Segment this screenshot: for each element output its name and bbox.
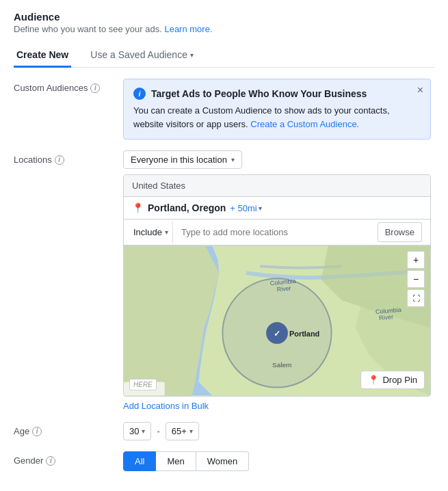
- info-box-close-icon[interactable]: ×: [417, 85, 423, 96]
- locations-row: Locations i Everyone in this location ▾ …: [14, 150, 434, 411]
- age-min-select[interactable]: 30 ▾: [123, 422, 151, 440]
- locations-label: Locations i: [14, 150, 123, 165]
- here-badge: HERE: [129, 379, 157, 390]
- gender-label: Gender i: [14, 451, 123, 466]
- svg-text:River: River: [379, 313, 394, 321]
- age-max-select[interactable]: 65+ ▾: [166, 422, 199, 440]
- add-locations-bulk-link[interactable]: Add Locations in Bulk: [123, 401, 209, 411]
- location-search-input[interactable]: [179, 222, 375, 243]
- map-fullscreen-button[interactable]: ⛶: [407, 289, 425, 307]
- create-custom-audience-link[interactable]: Create a Custom Audience.: [250, 119, 359, 129]
- age-content: 30 ▾ - 65+ ▾: [123, 422, 434, 440]
- radius-chevron-icon: ▾: [259, 204, 262, 212]
- tabs-container: Create New Use a Saved Audience ▾: [14, 44, 434, 68]
- include-dropdown[interactable]: Include ▾: [129, 222, 173, 243]
- gender-all-button[interactable]: All: [123, 451, 156, 471]
- gender-info-icon[interactable]: i: [46, 456, 55, 466]
- age-label: Age i: [14, 422, 123, 436]
- page-subtitle: Define who you want to see your ads. Lea…: [14, 24, 434, 34]
- age-row: Age i 30 ▾ - 65+ ▾: [14, 422, 434, 440]
- map-controls: + − ⛶: [407, 251, 425, 307]
- age-dash: -: [157, 426, 159, 436]
- custom-audiences-info-icon[interactable]: i: [90, 83, 100, 93]
- page-title: Audience: [14, 11, 434, 23]
- age-info-icon[interactable]: i: [32, 427, 42, 436]
- browse-button[interactable]: Browse: [378, 222, 422, 242]
- age-max-chevron: ▾: [189, 427, 193, 435]
- locations-content: Everyone in this location ▾ United State…: [123, 150, 434, 411]
- svg-text:River: River: [276, 284, 291, 293]
- location-country: United States: [124, 175, 430, 197]
- locations-info-icon[interactable]: i: [55, 155, 64, 165]
- tab-use-saved[interactable]: Use a Saved Audience ▾: [88, 44, 196, 68]
- info-box: × i Target Ads to People Who Know Your B…: [123, 79, 431, 140]
- custom-audiences-label: Custom Audiences i: [14, 79, 123, 93]
- svg-text:Portland: Portland: [289, 330, 319, 338]
- info-circle-icon: i: [133, 88, 146, 100]
- drop-pin-label: Drop Pin: [382, 375, 417, 385]
- chevron-down-icon: ▾: [190, 51, 194, 59]
- gender-women-button[interactable]: Women: [196, 451, 250, 471]
- radius-selector[interactable]: + 50mi ▾: [230, 203, 261, 213]
- drop-pin-icon: 📍: [368, 375, 379, 385]
- svg-text:Salem: Salem: [272, 361, 291, 369]
- gender-row: Gender i All Men Women: [14, 451, 434, 471]
- learn-more-link[interactable]: Learn more.: [164, 24, 212, 34]
- drop-pin-button[interactable]: 📍 Drop Pin: [360, 371, 425, 389]
- info-box-title: i Target Ads to People Who Know Your Bus…: [133, 88, 421, 100]
- gender-content: All Men Women: [123, 451, 434, 471]
- location-type-dropdown[interactable]: Everyone in this location ▾: [123, 150, 242, 169]
- location-dropdown-chevron: ▾: [231, 156, 235, 163]
- gender-buttons: All Men Women: [123, 451, 434, 471]
- info-box-body: You can create a Custom Audience to show…: [133, 104, 421, 131]
- custom-audiences-content: × i Target Ads to People Who Know Your B…: [123, 79, 434, 140]
- city-name: Portland, Oregon: [148, 202, 226, 213]
- pin-icon: 📍: [132, 202, 144, 213]
- gender-men-button[interactable]: Men: [156, 451, 196, 471]
- age-min-chevron: ▾: [142, 427, 145, 435]
- include-chevron-icon: ▾: [165, 228, 168, 236]
- location-box: United States 📍 Portland, Oregon + 50mi …: [123, 174, 431, 397]
- age-controls: 30 ▾ - 65+ ▾: [123, 422, 434, 440]
- svg-text:✓: ✓: [274, 329, 280, 339]
- map-container: ✓ Portland Salem Columbia River Columbia…: [124, 246, 430, 396]
- map-zoom-out-button[interactable]: −: [407, 270, 425, 288]
- custom-audiences-row: Custom Audiences i × i Target Ads to Peo…: [14, 79, 434, 140]
- location-selected-city: 📍 Portland, Oregon + 50mi ▾: [124, 197, 430, 220]
- tab-create-new[interactable]: Create New: [14, 44, 71, 68]
- map-zoom-in-button[interactable]: +: [407, 251, 425, 269]
- location-search-row: Include ▾ Browse: [124, 220, 430, 246]
